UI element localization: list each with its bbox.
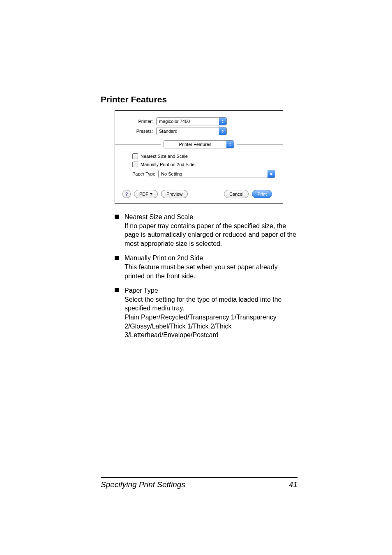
bullet-icon [115, 256, 119, 260]
bullet-title: Nearest Size and Scale [125, 213, 297, 222]
bullet-icon [115, 288, 119, 292]
list-item: Paper Type Select the setting for the ty… [115, 286, 297, 340]
bullet-body: Select the setting for the type of media… [125, 295, 297, 313]
footer-section-title: Specifying Print Settings [101, 480, 185, 489]
presets-select-value: Standard [157, 127, 219, 135]
select-stepper-icon [219, 118, 226, 125]
select-stepper-icon [267, 170, 275, 178]
select-stepper-icon [226, 141, 234, 148]
paper-type-value: No Setting [159, 170, 267, 178]
divider [115, 184, 283, 184]
chevron-down-icon [150, 193, 152, 195]
manual-2nd-side-label: Manually Print on 2nd Side [141, 162, 194, 167]
list-item: Nearest Size and Scale If no paper tray … [115, 213, 297, 248]
nearest-size-label: Nearest Size and Scale [141, 154, 188, 159]
checkbox-icon [132, 162, 138, 167]
print-dialog-screenshot: Printer: magicolor 7450 Presets: Standar… [115, 110, 283, 204]
bullet-icon [115, 215, 119, 219]
paper-type-label: Paper Type: [132, 171, 157, 176]
section-heading: Printer Features [101, 95, 297, 104]
divider [115, 144, 161, 145]
presets-select[interactable]: Standard [156, 127, 227, 135]
list-item: Manually Print on 2nd Side This feature … [115, 254, 297, 280]
manual-2nd-side-option[interactable]: Manually Print on 2nd Side [132, 162, 275, 167]
pane-select[interactable]: Printer Features [164, 140, 234, 148]
printer-select-value: magicolor 7450 [157, 118, 219, 125]
bullet-body: This feature must be set when you set pa… [125, 263, 297, 280]
pdf-menu-label: PDF [139, 192, 148, 197]
print-button[interactable]: Print [252, 190, 272, 198]
divider [237, 144, 283, 145]
preview-button[interactable]: Preview [161, 190, 188, 198]
cancel-button[interactable]: Cancel [224, 190, 249, 198]
pane-select-value: Printer Features [164, 141, 226, 148]
bullet-body: If no paper tray contains paper of the s… [125, 222, 297, 248]
bullet-title: Manually Print on 2nd Side [125, 254, 297, 263]
paper-type-select[interactable]: No Setting [158, 170, 275, 178]
nearest-size-option[interactable]: Nearest Size and Scale [132, 153, 275, 159]
printer-label: Printer: [122, 119, 153, 124]
checkbox-icon [132, 153, 138, 159]
pdf-menu-button[interactable]: PDF [134, 190, 158, 198]
feature-list: Nearest Size and Scale If no paper tray … [115, 213, 297, 340]
select-stepper-icon [219, 127, 226, 135]
footer-page-number: 41 [289, 480, 297, 489]
help-button[interactable]: ? [122, 190, 131, 198]
printer-select[interactable]: magicolor 7450 [156, 117, 227, 125]
bullet-body-extra: Plain Paper/Recycled/Transparency 1/Tran… [125, 313, 297, 340]
presets-label: Presets: [122, 129, 153, 134]
page-footer: Specifying Print Settings 41 [101, 477, 297, 489]
bullet-title: Paper Type [125, 286, 297, 295]
